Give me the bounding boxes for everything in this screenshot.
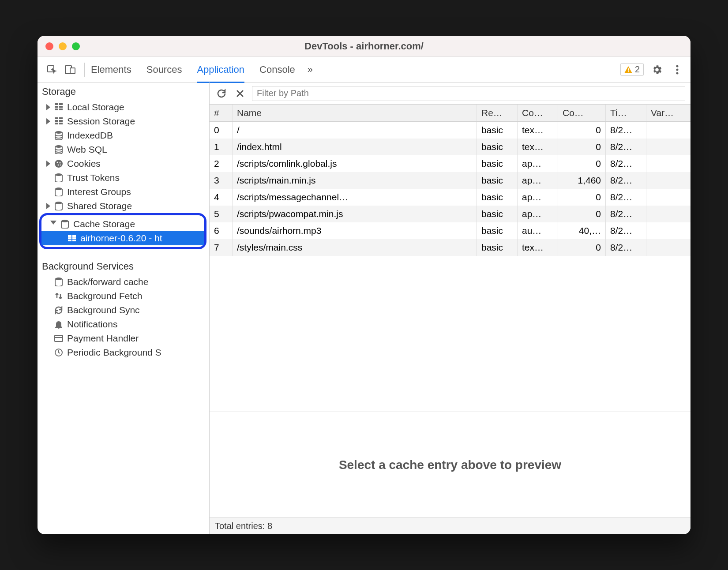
- sidebar-item-label: Shared Storage: [67, 201, 132, 211]
- col-content-length[interactable]: Co…: [558, 105, 606, 121]
- cache-table: # Name Re… Co… Co… Ti… Var… 0/basictex…0…: [210, 105, 690, 412]
- svg-rect-34: [72, 237, 76, 239]
- cell-content-length: 0: [558, 239, 606, 256]
- tab-console[interactable]: Console: [259, 58, 295, 82]
- cell-content-length: 1,460: [558, 172, 606, 189]
- col-time[interactable]: Ti…: [606, 105, 646, 121]
- preview-placeholder: Select a cache entry above to preview: [339, 458, 561, 472]
- delete-icon[interactable]: [233, 87, 247, 100]
- warning-badge[interactable]: 2: [620, 63, 644, 76]
- svg-point-29: [55, 202, 62, 204]
- cell-response: basic: [477, 189, 518, 206]
- filter-input[interactable]: [252, 86, 685, 101]
- tabs-overflow-icon[interactable]: »: [308, 64, 313, 75]
- sidebar-item-websql[interactable]: Web SQL: [38, 142, 209, 157]
- cell-content-type: tex…: [518, 239, 558, 256]
- sidebar-item-bfcache[interactable]: Back/forward cache: [38, 275, 209, 289]
- cell-content-type: tex…: [518, 122, 558, 139]
- svg-point-27: [55, 173, 62, 176]
- total-entries: Total entries: 8: [215, 521, 272, 531]
- svg-point-26: [60, 165, 61, 165]
- cell-response: basic: [477, 206, 518, 222]
- table-row[interactable]: 7/styles/main.cssbasictex…08/2…: [210, 239, 690, 256]
- sidebar-item-session-storage[interactable]: Session Storage: [38, 114, 209, 128]
- sidebar-item-label: Session Storage: [67, 116, 135, 127]
- sidebar-item-label: Interest Groups: [67, 187, 131, 197]
- sidebar-item-label: IndexedDB: [67, 130, 113, 141]
- sidebar-item-cache-entry[interactable]: airhorner-0.6.20 - ht: [41, 231, 204, 245]
- cell-response: basic: [477, 155, 518, 172]
- cell-index: 4: [210, 189, 233, 206]
- sidebar-item-local-storage[interactable]: Local Storage: [38, 100, 209, 114]
- svg-point-37: [55, 278, 62, 280]
- sync-icon: [54, 305, 64, 315]
- table-row[interactable]: 0/basictex…08/2…: [210, 122, 690, 139]
- table-row[interactable]: 6/sounds/airhorn.mp3basicau…40,…8/2…: [210, 222, 690, 239]
- sidebar-item-trust-tokens[interactable]: Trust Tokens: [38, 171, 209, 185]
- svg-rect-3: [628, 68, 629, 71]
- cell-name: /sounds/airhorn.mp3: [233, 222, 477, 239]
- database-icon: [54, 277, 64, 287]
- kebab-icon[interactable]: [670, 63, 684, 77]
- cell-response: basic: [477, 239, 518, 256]
- cell-content-length: 0: [558, 139, 606, 155]
- gear-icon[interactable]: [650, 63, 664, 77]
- sidebar-item-label: Notifications: [67, 319, 117, 330]
- col-name[interactable]: Name: [233, 105, 477, 121]
- sidebar-item-indexeddb[interactable]: IndexedDB: [38, 128, 209, 142]
- inspect-icon[interactable]: [44, 62, 60, 78]
- database-icon: [54, 131, 64, 140]
- cell-vary: [646, 172, 690, 189]
- sidebar-item-shared-storage[interactable]: Shared Storage: [38, 199, 209, 213]
- sidebar-item-periodic[interactable]: Periodic Background S: [38, 345, 209, 360]
- refresh-icon[interactable]: [215, 87, 228, 100]
- svg-point-5: [676, 65, 679, 67]
- cell-time: 8/2…: [606, 122, 646, 139]
- svg-rect-18: [55, 123, 58, 124]
- col-index[interactable]: #: [210, 105, 233, 121]
- table-row[interactable]: 5/scripts/pwacompat.min.jsbasicap…08/2…: [210, 206, 690, 222]
- cell-index: 0: [210, 122, 233, 139]
- svg-rect-9: [59, 103, 63, 105]
- svg-point-30: [61, 220, 68, 222]
- table-row[interactable]: 2/scripts/comlink.global.jsbasicap…08/2…: [210, 155, 690, 172]
- tab-application[interactable]: Application: [197, 58, 244, 83]
- table-row[interactable]: 4/scripts/messagechannel…basicap…08/2…: [210, 189, 690, 206]
- col-content-type[interactable]: Co…: [518, 105, 558, 121]
- sidebar-item-cookies[interactable]: Cookies: [38, 157, 209, 171]
- cell-time: 8/2…: [606, 239, 646, 256]
- sidebar-item-cache-storage[interactable]: Cache Storage: [41, 217, 204, 231]
- cell-index: 5: [210, 206, 233, 222]
- tab-sources[interactable]: Sources: [146, 58, 182, 82]
- devtools-window: DevTools - airhorner.com/ Elements Sourc…: [38, 36, 690, 534]
- storage-header: Storage: [38, 82, 209, 100]
- device-toggle-icon[interactable]: [62, 62, 78, 78]
- cell-content-type: ap…: [518, 172, 558, 189]
- cell-time: 8/2…: [606, 155, 646, 172]
- transfer-icon: [54, 291, 64, 301]
- clock-icon: [54, 348, 64, 357]
- cell-vary: [646, 122, 690, 139]
- sidebar-item-notifications[interactable]: Notifications: [38, 317, 209, 331]
- svg-rect-4: [628, 71, 629, 72]
- database-icon: [54, 187, 64, 197]
- col-response[interactable]: Re…: [477, 105, 518, 121]
- sidebar-item-bg-sync[interactable]: Background Sync: [38, 303, 209, 317]
- svg-rect-14: [55, 117, 58, 119]
- sidebar-item-label: Payment Handler: [67, 333, 139, 344]
- table-row[interactable]: 3/scripts/main.min.jsbasicap…1,4608/2…: [210, 172, 690, 189]
- cell-index: 6: [210, 222, 233, 239]
- cookie-icon: [54, 159, 64, 169]
- table-row[interactable]: 1/index.htmlbasictex…08/2…: [210, 139, 690, 155]
- col-vary[interactable]: Var…: [646, 105, 690, 121]
- cell-content-length: 0: [558, 122, 606, 139]
- main-tabbar: Elements Sources Application Console » 2: [38, 57, 690, 82]
- cell-content-length: 0: [558, 189, 606, 206]
- grid-icon: [54, 116, 64, 126]
- sidebar-item-payment[interactable]: Payment Handler: [38, 331, 209, 345]
- sidebar-item-interest-groups[interactable]: Interest Groups: [38, 185, 209, 199]
- sidebar-item-bg-fetch[interactable]: Background Fetch: [38, 289, 209, 303]
- tab-elements[interactable]: Elements: [91, 58, 131, 82]
- preview-panel: Select a cache entry above to preview: [210, 412, 690, 518]
- window-title: DevTools - airhorner.com/: [38, 41, 690, 52]
